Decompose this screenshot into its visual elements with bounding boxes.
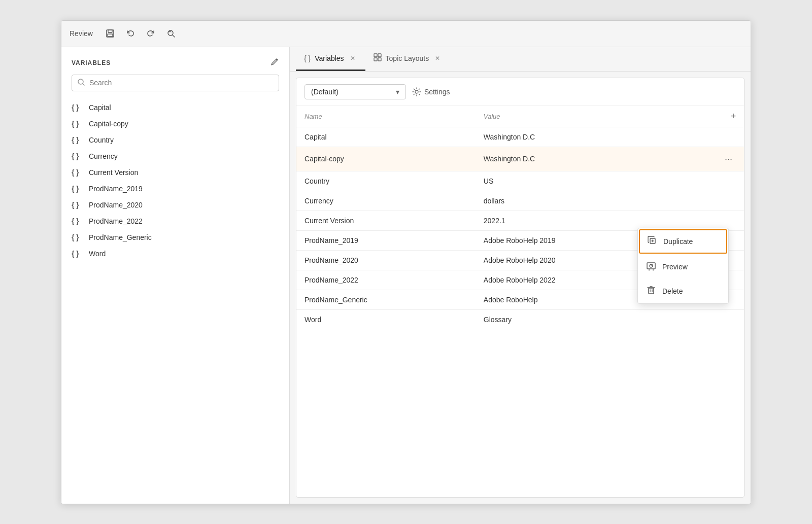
- sidebar-list: { } Capital { } Capital-copy { } Country…: [61, 99, 289, 262]
- col-value-header: Value: [476, 106, 714, 127]
- table-row: Currency dollars: [296, 191, 744, 211]
- context-menu-delete-label: Delete: [662, 287, 683, 295]
- svg-rect-8: [374, 54, 377, 57]
- row-name: Current Version: [296, 211, 476, 230]
- list-item-label: ProdName_2019: [89, 185, 143, 193]
- sidebar-title: VARIABLES: [72, 59, 111, 66]
- list-item-label: Capital: [89, 103, 111, 112]
- braces-icon: { }: [72, 185, 84, 193]
- list-item[interactable]: { } Capital: [72, 99, 279, 116]
- row-name: Capital-copy: [296, 147, 476, 171]
- variables-tab-icon: { }: [304, 54, 311, 62]
- search-icon: [77, 78, 85, 88]
- list-item-label: Current Version: [89, 168, 138, 177]
- list-item-label: ProdName_2020: [89, 201, 143, 209]
- context-menu-duplicate-label: Duplicate: [663, 237, 693, 246]
- sidebar-edit-button[interactable]: [270, 57, 279, 68]
- svg-rect-2: [108, 34, 113, 37]
- preview-icon: [646, 261, 656, 273]
- table-row: Country US: [296, 171, 744, 191]
- svg-point-18: [651, 265, 652, 266]
- list-item-label: Country: [89, 136, 114, 144]
- braces-icon: { }: [72, 152, 84, 160]
- panel-content: (Default) ▾ Settings: [296, 78, 745, 498]
- context-menu-delete[interactable]: Delete: [638, 279, 728, 303]
- row-actions: [714, 127, 744, 147]
- delete-icon: [646, 285, 656, 297]
- sidebar: VARIABLES: [61, 47, 290, 504]
- braces-icon: { }: [72, 201, 84, 209]
- braces-icon: { }: [72, 103, 84, 112]
- toolbar: Review: [61, 21, 751, 47]
- svg-rect-11: [378, 58, 381, 61]
- panel-toolbar: (Default) ▾ Settings: [296, 78, 744, 106]
- tab-variables[interactable]: { } Variables ✕: [296, 47, 365, 71]
- row-name: Capital: [296, 127, 476, 147]
- list-item[interactable]: { } Word: [72, 246, 279, 262]
- topic-layouts-tab-icon: [374, 53, 382, 63]
- row-actions: ···: [714, 147, 744, 171]
- right-panel: { } Variables ✕ Topic Layouts ✕: [290, 47, 751, 504]
- list-item[interactable]: { } Capital-copy: [72, 116, 279, 132]
- table-row: Word Glossary: [296, 309, 744, 329]
- add-col-header[interactable]: +: [714, 106, 744, 127]
- main-content: VARIABLES: [61, 47, 751, 504]
- sidebar-header: VARIABLES: [61, 47, 289, 75]
- dropdown-arrow-icon: ▾: [396, 88, 399, 96]
- list-item-label: ProdName_Generic: [89, 233, 152, 241]
- tab-variables-close[interactable]: ✕: [348, 54, 357, 63]
- row-name: Word: [296, 309, 476, 329]
- dropdown-value: (Default): [311, 88, 339, 96]
- context-menu-preview[interactable]: Preview: [638, 255, 728, 279]
- condition-dropdown[interactable]: (Default) ▾: [304, 84, 406, 99]
- braces-icon: { }: [72, 233, 84, 241]
- list-item[interactable]: { } Country: [72, 132, 279, 148]
- save-button[interactable]: [103, 26, 117, 41]
- duplicate-icon: [647, 235, 657, 248]
- redo-button[interactable]: [144, 26, 158, 41]
- row-value: Washington D.C: [476, 127, 714, 147]
- list-item[interactable]: { } ProdName_2022: [72, 213, 279, 229]
- svg-rect-10: [374, 58, 377, 61]
- list-item[interactable]: { } ProdName_2020: [72, 197, 279, 213]
- table-row: Capital Washington D.C: [296, 127, 744, 147]
- undo-button[interactable]: [123, 26, 138, 41]
- tabs-bar: { } Variables ✕ Topic Layouts ✕: [290, 47, 751, 72]
- list-item[interactable]: { } Currency: [72, 148, 279, 164]
- app-window: Review: [61, 20, 751, 504]
- table-row: Capital-copy Washington D.C ···: [296, 147, 744, 171]
- list-item[interactable]: { } ProdName_2019: [72, 181, 279, 197]
- tab-variables-label: Variables: [315, 54, 344, 62]
- col-name-header: Name: [296, 106, 476, 127]
- list-item[interactable]: { } ProdName_Generic: [72, 229, 279, 246]
- tab-topic-layouts[interactable]: Topic Layouts ✕: [365, 47, 451, 71]
- tab-topic-layouts-close[interactable]: ✕: [433, 54, 442, 63]
- row-value: Washington D.C: [476, 147, 714, 171]
- row-actions: [714, 191, 744, 211]
- find-button[interactable]: [164, 26, 178, 41]
- svg-rect-21: [649, 288, 654, 294]
- context-menu-duplicate[interactable]: Duplicate: [639, 229, 727, 254]
- braces-icon: { }: [72, 217, 84, 225]
- list-item[interactable]: { } Current Version: [72, 164, 279, 181]
- settings-button[interactable]: Settings: [412, 87, 450, 96]
- row-value: dollars: [476, 191, 714, 211]
- row-value: US: [476, 171, 714, 191]
- more-options-button[interactable]: ···: [722, 153, 735, 165]
- context-menu-preview-label: Preview: [662, 263, 688, 271]
- list-item-label: ProdName_2022: [89, 217, 143, 225]
- row-name: ProdName_Generic: [296, 290, 476, 309]
- row-name: ProdName_2019: [296, 230, 476, 250]
- svg-line-7: [83, 84, 84, 85]
- braces-icon: { }: [72, 168, 84, 177]
- svg-point-12: [415, 90, 418, 93]
- search-input[interactable]: [89, 79, 274, 87]
- context-menu: Duplicate Preview: [637, 228, 729, 304]
- search-box[interactable]: [72, 75, 279, 91]
- list-item-label: Word: [89, 250, 106, 258]
- braces-icon: { }: [72, 120, 84, 128]
- row-name: Currency: [296, 191, 476, 211]
- list-item-label: Currency: [89, 152, 118, 160]
- row-name: ProdName_2022: [296, 270, 476, 290]
- settings-label: Settings: [424, 88, 450, 96]
